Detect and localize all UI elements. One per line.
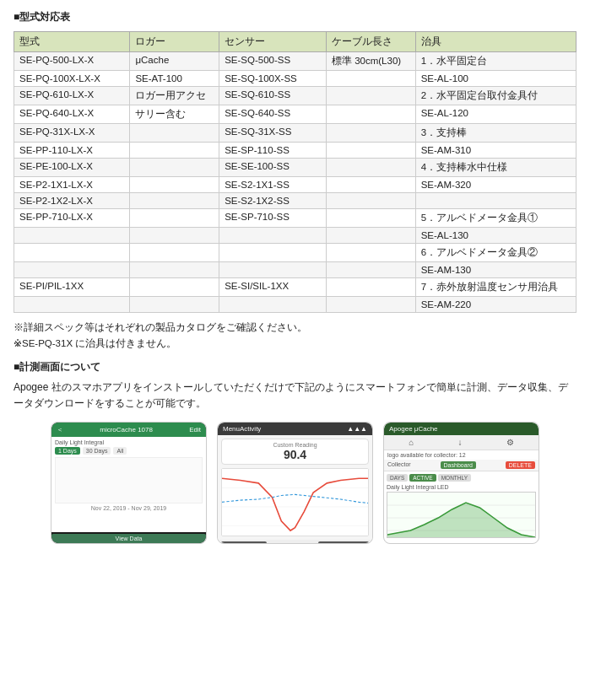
cell-model: SE-PQ-100X-LX-X: [14, 71, 130, 87]
phone1-title: microCache 1078: [100, 426, 153, 433]
phone2-footer: CLEAR PLOT SEND EXPORT: [218, 540, 372, 543]
cell-tool: 2．水平固定台取付金具付: [415, 87, 576, 105]
phone2-line-chart: [221, 468, 369, 536]
phone2-clear-btn[interactable]: CLEAR PLOT: [221, 541, 267, 543]
cell-cable: [326, 105, 415, 124]
cell-cable: [326, 228, 415, 244]
phone2-screen: MenuActivity ▲▲▲ Custom Reading 90.4: [218, 423, 372, 543]
table-title: ■型式対応表: [14, 10, 576, 24]
cell-sensor: SE-SQ-100X-SS: [219, 71, 327, 87]
cell-sensor: SE-SQ-640-SS: [219, 105, 327, 124]
cell-logger: [130, 228, 219, 244]
cell-logger: [130, 244, 219, 262]
cell-logger: サリー含む: [130, 105, 219, 124]
cell-sensor: [219, 262, 327, 278]
table-row: SE-PQ-31X-LX-XSE-SQ-31X-SS3．支持棒: [14, 124, 576, 143]
phone3-download-icon[interactable]: ↓: [458, 438, 463, 447]
phone3-delete-btn[interactable]: DELETE: [506, 461, 535, 469]
cell-sensor: SE-S2-1X1-SS: [219, 177, 327, 193]
phone1-date-range: Nov 22, 2019 - Nov 29, 2019: [55, 505, 203, 511]
cell-cable: 標準 30cm(L30): [326, 52, 415, 71]
cell-model: SE-PQ-500-LX-X: [14, 52, 130, 71]
reading-value: 90.4: [229, 448, 361, 461]
cell-model: [14, 262, 130, 278]
phone-image-2: MenuActivity ▲▲▲ Custom Reading 90.4: [217, 422, 373, 544]
cell-sensor: SE-SQ-500-SS: [219, 52, 327, 71]
table-row: SE-PQ-640-LX-Xサリー含むSE-SQ-640-SSSE-AL-120: [14, 105, 576, 124]
cell-logger: [130, 143, 219, 159]
phone1-tab1[interactable]: 1 Days: [55, 447, 80, 455]
cell-tool: 3．支持棒: [415, 124, 576, 143]
phone3-icon-row: ⌂ ↓ ⚙: [384, 435, 539, 450]
phone1-tab2[interactable]: 30 Days: [83, 447, 111, 455]
phone2-body: Custom Reading 90.4: [218, 435, 372, 540]
col-header-logger: ロガー: [130, 32, 219, 52]
cell-cable: [326, 209, 415, 228]
cell-sensor: SE-SI/SIL-1XX: [219, 278, 327, 297]
table-row: SE-AM-220: [14, 297, 576, 313]
phone3-title: Apogee μCache: [389, 425, 438, 433]
note-2: ※SE-PQ-31X に治具は付きません。: [14, 337, 576, 350]
phone3-home-icon[interactable]: ⌂: [409, 438, 414, 447]
phone3-header: Apogee μCache: [384, 423, 539, 435]
phone1-screen: ＜ microCache 1078 Edit Daily Light Integ…: [51, 423, 206, 543]
phone3-tab1[interactable]: DAYS: [387, 474, 408, 482]
table-row: SE-P2-1X2-LX-XSE-S2-1X2-SS: [14, 193, 576, 209]
cell-cable: [326, 193, 415, 209]
cell-logger: [130, 193, 219, 209]
cell-logger: [130, 177, 219, 193]
phone3-tab2[interactable]: ACTIVE: [409, 474, 436, 482]
model-table: 型式 ロガー センサー ケーブル長さ 治具 SE-PQ-500-LX-XμCac…: [14, 31, 576, 313]
cell-model: SE-PQ-640-LX-X: [14, 105, 130, 124]
section2-title: ■計測画面について: [14, 360, 576, 374]
table-row: 6．アルベドメータ金具②: [14, 244, 576, 262]
cell-logger: μCache: [130, 52, 219, 71]
svg-rect-0: [222, 469, 368, 536]
table-row: SE-AM-130: [14, 262, 576, 278]
phone3-toggle-row: Collector Dashboard DELETE: [384, 460, 539, 471]
phone-image-3: Apogee μCache ⌂ ↓ ⚙ logo available for c…: [383, 422, 539, 544]
table-row: SE-PP-710-LX-XSE-SP-710-SS5．アルベドメータ金具①: [14, 209, 576, 228]
phone3-dashboard-btn[interactable]: Dashboard: [441, 461, 476, 469]
phone-image-1: ＜ microCache 1078 Edit Daily Light Integ…: [51, 422, 207, 544]
phone1-footer-btn[interactable]: View Data: [51, 534, 206, 543]
cell-sensor: SE-SQ-31X-SS: [219, 124, 327, 143]
cell-model: SE-P2-1X2-LX-X: [14, 193, 130, 209]
col-header-sensor: センサー: [219, 32, 327, 52]
reading-label: Custom Reading: [229, 442, 361, 448]
cell-tool: SE-AL-100: [415, 71, 576, 87]
phone3-device-info: logo available for collector: 12: [384, 450, 539, 460]
cell-sensor: SE-SP-710-SS: [219, 209, 327, 228]
cell-logger: [130, 159, 219, 177]
cell-model: [14, 228, 130, 244]
cell-model: SE-PE-100-LX-X: [14, 159, 130, 177]
cell-tool: 7．赤外放射温度センサ用治具: [415, 278, 576, 297]
phone1-edit-btn[interactable]: Edit: [189, 426, 201, 433]
phone1-body: Daily Light Integral 1 Days 30 Days All …: [51, 437, 206, 532]
col-header-tool: 治具: [415, 32, 576, 52]
description-text: Apogee 社のスマホアプリをインストールしていただくだけで下記のようにスマー…: [14, 380, 576, 412]
table-row: SE-PQ-100X-LX-XSE-AT-100SE-SQ-100X-SSSE-…: [14, 71, 576, 87]
cell-model: [14, 297, 130, 313]
phone3-settings-icon[interactable]: ⚙: [506, 438, 514, 447]
cell-logger: [130, 297, 219, 313]
phone3-tabs: DAYS ACTIVE MONTHLY: [387, 474, 536, 482]
phone3-tab3[interactable]: MONTHLY: [438, 474, 471, 482]
phone2-export-btn[interactable]: SEND EXPORT: [318, 541, 369, 543]
table-row: SE-PI/PIL-1XXSE-SI/SIL-1XX7．赤外放射温度センサ用治具: [14, 278, 576, 297]
phone1-tab3[interactable]: All: [113, 447, 127, 455]
note-1: ※詳細スペック等はそれぞれの製品カタログをご確認ください。: [14, 321, 576, 334]
cell-tool: 1．水平固定台: [415, 52, 576, 71]
phone1-back-icon: ＜: [57, 425, 63, 434]
cell-model: [14, 244, 130, 262]
cell-tool: [415, 193, 576, 209]
cell-cable: [326, 297, 415, 313]
phone-images-container: ＜ microCache 1078 Edit Daily Light Integ…: [14, 422, 576, 544]
cell-tool: 4．支持棒水中仕様: [415, 159, 576, 177]
cell-logger: [130, 278, 219, 297]
cell-logger: [130, 262, 219, 278]
table-row: SE-PP-110-LX-XSE-SP-110-SSSE-AM-310: [14, 143, 576, 159]
cell-tool: 6．アルベドメータ金具②: [415, 244, 576, 262]
cell-cable: [326, 124, 415, 143]
cell-tool: SE-AL-130: [415, 228, 576, 244]
